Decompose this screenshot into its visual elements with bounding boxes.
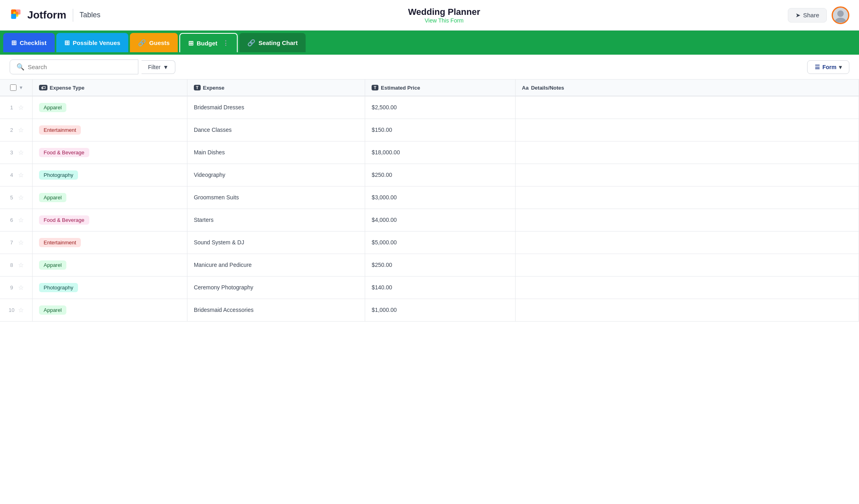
expense-cell: Bridesmaid Dresses <box>187 96 365 119</box>
tab-budget[interactable]: ⊞ Budget ⋮ <box>179 33 238 52</box>
row-number: 3 <box>8 150 15 156</box>
star-icon[interactable]: ☆ <box>18 239 24 246</box>
toolbar-left: 🔍 Filter ▼ <box>10 59 175 74</box>
logo: Jotform <box>10 8 66 23</box>
expense-type-cell: Apparel <box>32 299 187 321</box>
notes-value <box>516 194 859 201</box>
notes-cell <box>515 141 859 164</box>
col-expense: T Expense <box>187 80 365 96</box>
form-chevron-icon: ▾ <box>839 64 842 70</box>
expense-value: Bridesmaid Dresses <box>187 101 365 114</box>
expense-type-tag: Entertainment <box>39 125 81 135</box>
select-all-area: ▾ <box>6 84 26 91</box>
notes-cell <box>515 164 859 186</box>
form-list-icon: ☰ <box>815 64 820 70</box>
price-value: $250.00 <box>365 168 515 181</box>
expense-value: Bridesmaid Accessories <box>187 303 365 316</box>
avatar-icon <box>833 8 848 23</box>
price-value: $250.00 <box>365 258 515 271</box>
notes-value <box>516 307 859 313</box>
form-button[interactable]: ☰ Form ▾ <box>807 60 849 74</box>
expense-value: Ceremony Photography <box>187 281 365 294</box>
notes-value <box>516 262 859 268</box>
tab-seating-chart[interactable]: 🔗 Seating Chart <box>239 33 306 52</box>
row-number: 1 <box>8 104 15 111</box>
row-expand-icon[interactable]: ▾ <box>20 85 22 90</box>
table-row: 6 ☆ Food & Beverage Starters $4,000.00 <box>0 209 859 231</box>
star-icon[interactable]: ☆ <box>18 284 24 291</box>
price-value: $150.00 <box>365 123 515 136</box>
col-select: ▾ <box>0 80 32 96</box>
view-this-form-link[interactable]: View This Form <box>408 17 480 24</box>
table-row: 5 ☆ Apparel Groomsmen Suits $3,000.00 <box>0 186 859 209</box>
expense-type-tag: Apparel <box>39 103 67 112</box>
table-row: 8 ☆ Apparel Manicure and Pedicure $250.0… <box>0 254 859 276</box>
tab-possible-venues-label: Possible Venues <box>73 39 120 46</box>
price-value: $140.00 <box>365 281 515 294</box>
table-row: 9 ☆ Photography Ceremony Photography $14… <box>0 276 859 299</box>
price-value: $1,000.00 <box>365 303 515 316</box>
row-number: 2 <box>8 127 15 133</box>
filter-button[interactable]: Filter ▼ <box>142 60 175 74</box>
price-cell: $2,500.00 <box>365 96 515 119</box>
venues-grid-icon: ⊞ <box>64 39 70 47</box>
expense-value: Groomsmen Suits <box>187 191 365 204</box>
row-num-cell: 8 ☆ <box>0 254 32 276</box>
search-input[interactable] <box>28 64 132 70</box>
expense-type-cell: Photography <box>32 276 187 299</box>
price-value: $5,000.00 <box>365 236 515 249</box>
price-cell: $5,000.00 <box>365 231 515 254</box>
tab-possible-venues[interactable]: ⊞ Possible Venues <box>56 33 128 52</box>
star-icon[interactable]: ☆ <box>18 216 24 224</box>
tab-budget-label: Budget <box>197 40 218 47</box>
budget-more-options-icon[interactable]: ⋮ <box>222 39 229 47</box>
share-arrow-icon: ➤ <box>795 12 801 19</box>
expense-type-tag: Photography <box>39 170 78 180</box>
filter-label: Filter <box>148 64 160 70</box>
notes-cell <box>515 254 859 276</box>
tab-guests[interactable]: 🔗 Guests <box>130 33 178 52</box>
table-body: 1 ☆ Apparel Bridesmaid Dresses $2,500.00… <box>0 96 859 321</box>
svg-point-6 <box>837 10 844 17</box>
expense-type-tag: Apparel <box>39 260 67 270</box>
star-icon[interactable]: ☆ <box>18 149 24 156</box>
star-icon[interactable]: ☆ <box>18 306 24 314</box>
tab-checklist[interactable]: ⊞ Checklist <box>3 33 55 52</box>
star-icon[interactable]: ☆ <box>18 104 24 111</box>
select-all-checkbox[interactable] <box>10 84 16 91</box>
share-button[interactable]: ➤ Share <box>788 8 827 23</box>
star-icon[interactable]: ☆ <box>18 194 24 201</box>
price-value: $4,000.00 <box>365 213 515 226</box>
row-number: 9 <box>8 285 15 291</box>
tab-seating-chart-label: Seating Chart <box>259 39 298 46</box>
expense-type-cell: Photography <box>32 164 187 186</box>
row-number: 10 <box>8 307 15 313</box>
notes-value <box>516 104 859 111</box>
table-row: 3 ☆ Food & Beverage Main Dishes $18,000.… <box>0 141 859 164</box>
price-cell: $18,000.00 <box>365 141 515 164</box>
guests-link-icon: 🔗 <box>138 39 146 47</box>
expense-type-cell: Apparel <box>32 186 187 209</box>
row-number: 4 <box>8 172 15 178</box>
notes-value <box>516 172 859 178</box>
budget-table: ▾ 🏷 Expense Type T Expense <box>0 80 859 322</box>
avatar[interactable] <box>832 6 849 24</box>
form-label: Form <box>822 64 836 70</box>
row-num-cell: 7 ☆ <box>0 231 32 254</box>
price-cell: $3,000.00 <box>365 186 515 209</box>
star-icon[interactable]: ☆ <box>18 171 24 179</box>
price-cell: $250.00 <box>365 254 515 276</box>
expense-cell: Ceremony Photography <box>187 276 365 299</box>
nav-tabs: ⊞ Checklist ⊞ Possible Venues 🔗 Guests ⊞… <box>0 31 859 55</box>
col-expense-type: 🏷 Expense Type <box>32 80 187 96</box>
star-icon[interactable]: ☆ <box>18 261 24 269</box>
header-right: ➤ Share <box>788 6 849 24</box>
expense-value: Videography <box>187 168 365 181</box>
header-divider <box>73 9 73 22</box>
table-row: 10 ☆ Apparel Bridesmaid Accessories $1,0… <box>0 299 859 321</box>
star-icon[interactable]: ☆ <box>18 126 24 134</box>
row-number: 6 <box>8 217 15 223</box>
checklist-grid-icon: ⊞ <box>11 39 16 47</box>
details-Aa-icon: Aa <box>522 85 529 91</box>
tab-guests-label: Guests <box>149 39 170 46</box>
